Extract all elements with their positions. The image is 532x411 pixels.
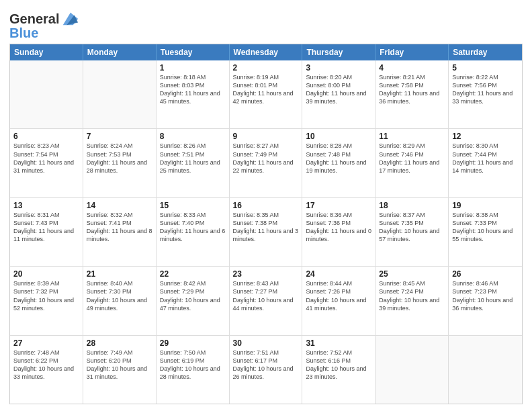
cell-info: Sunrise: 8:37 AM Sunset: 7:35 PM Dayligh… [379,211,445,244]
cell-info: Sunrise: 7:51 AM Sunset: 6:17 PM Dayligh… [233,349,299,381]
calendar-cell: 3Sunrise: 8:20 AM Sunset: 8:00 PM Daylig… [302,60,375,128]
calendar-cell: 31Sunrise: 7:52 AM Sunset: 6:16 PM Dayli… [302,336,375,404]
calendar-row: 1Sunrise: 8:18 AM Sunset: 8:03 PM Daylig… [10,60,522,128]
calendar-cell: 14Sunrise: 8:32 AM Sunset: 7:41 PM Dayli… [83,198,157,266]
cell-info: Sunrise: 8:46 AM Sunset: 7:23 PM Dayligh… [452,279,519,312]
day-number: 12 [452,132,519,141]
calendar-cell: 4Sunrise: 8:21 AM Sunset: 7:58 PM Daylig… [375,60,449,128]
weekday-header: Saturday [449,44,522,60]
calendar-cell: 5Sunrise: 8:22 AM Sunset: 7:56 PM Daylig… [449,60,522,128]
cell-info: Sunrise: 8:26 AM Sunset: 7:51 PM Dayligh… [160,142,226,175]
weekday-header: Wednesday [230,44,303,60]
cell-info: Sunrise: 8:29 AM Sunset: 7:46 PM Dayligh… [379,142,445,175]
day-number: 26 [452,269,519,279]
calendar-row: 6Sunrise: 8:23 AM Sunset: 7:54 PM Daylig… [10,128,522,197]
calendar-cell: 13Sunrise: 8:31 AM Sunset: 7:43 PM Dayli… [10,198,83,266]
day-number: 23 [233,269,299,279]
calendar-cell: 11Sunrise: 8:29 AM Sunset: 7:46 PM Dayli… [375,129,449,197]
day-number: 6 [13,132,79,141]
day-number: 25 [379,269,445,279]
day-number: 20 [13,269,79,279]
calendar-row: 27Sunrise: 7:48 AM Sunset: 6:22 PM Dayli… [10,335,522,404]
cell-info: Sunrise: 8:45 AM Sunset: 7:24 PM Dayligh… [379,279,445,312]
day-number: 4 [379,63,445,73]
day-number: 9 [233,132,299,141]
weekday-header: Monday [83,44,157,60]
cell-info: Sunrise: 8:20 AM Sunset: 8:00 PM Dayligh… [306,73,371,106]
logo: General Blue [9,9,79,41]
calendar-cell: 17Sunrise: 8:36 AM Sunset: 7:36 PM Dayli… [302,198,375,266]
calendar-row: 20Sunrise: 8:39 AM Sunset: 7:32 PM Dayli… [10,266,522,334]
calendar-cell: 25Sunrise: 8:45 AM Sunset: 7:24 PM Dayli… [375,267,449,334]
cell-info: Sunrise: 8:31 AM Sunset: 7:43 PM Dayligh… [13,211,79,244]
day-number: 24 [306,269,371,279]
day-number: 1 [160,63,226,73]
calendar-cell: 27Sunrise: 7:48 AM Sunset: 6:22 PM Dayli… [10,336,83,404]
cell-info: Sunrise: 8:24 AM Sunset: 7:53 PM Dayligh… [87,142,152,175]
calendar-cell: 10Sunrise: 8:28 AM Sunset: 7:48 PM Dayli… [302,129,375,197]
cell-info: Sunrise: 7:48 AM Sunset: 6:22 PM Dayligh… [13,349,79,381]
calendar-row: 13Sunrise: 8:31 AM Sunset: 7:43 PM Dayli… [10,197,522,266]
day-number: 22 [160,269,226,279]
calendar-cell: 1Sunrise: 8:18 AM Sunset: 8:03 PM Daylig… [157,60,230,128]
cell-info: Sunrise: 8:38 AM Sunset: 7:33 PM Dayligh… [452,211,519,244]
calendar-body: 1Sunrise: 8:18 AM Sunset: 8:03 PM Daylig… [10,60,522,404]
cell-info: Sunrise: 8:27 AM Sunset: 7:49 PM Dayligh… [233,142,299,175]
day-number: 8 [160,132,226,141]
day-number: 11 [379,132,445,141]
cell-info: Sunrise: 8:32 AM Sunset: 7:41 PM Dayligh… [87,211,152,244]
cell-info: Sunrise: 8:35 AM Sunset: 7:38 PM Dayligh… [233,211,299,244]
calendar-cell: 6Sunrise: 8:23 AM Sunset: 7:54 PM Daylig… [10,129,83,197]
cell-info: Sunrise: 8:44 AM Sunset: 7:26 PM Dayligh… [306,279,371,312]
calendar-cell: 19Sunrise: 8:38 AM Sunset: 7:33 PM Dayli… [449,198,522,266]
day-number: 10 [306,132,371,141]
calendar-cell: 16Sunrise: 8:35 AM Sunset: 7:38 PM Dayli… [230,198,303,266]
cell-info: Sunrise: 7:52 AM Sunset: 6:16 PM Dayligh… [306,349,371,381]
cell-info: Sunrise: 8:18 AM Sunset: 8:03 PM Dayligh… [160,73,226,106]
day-number: 21 [87,269,152,279]
calendar-cell [375,336,449,404]
cell-info: Sunrise: 8:36 AM Sunset: 7:36 PM Dayligh… [306,211,371,244]
day-number: 29 [160,338,226,348]
cell-info: Sunrise: 7:50 AM Sunset: 6:19 PM Dayligh… [160,349,226,381]
page: General Blue SundayMondayTuesdayWednesda… [0,0,532,411]
day-number: 18 [379,201,445,210]
calendar-cell: 9Sunrise: 8:27 AM Sunset: 7:49 PM Daylig… [230,129,303,197]
cell-info: Sunrise: 8:43 AM Sunset: 7:27 PM Dayligh… [233,279,299,312]
calendar-cell: 22Sunrise: 8:42 AM Sunset: 7:29 PM Dayli… [157,267,230,334]
day-number: 30 [233,338,299,348]
day-number: 19 [452,201,519,210]
cell-info: Sunrise: 8:39 AM Sunset: 7:32 PM Dayligh… [13,279,79,312]
calendar-cell: 29Sunrise: 7:50 AM Sunset: 6:19 PM Dayli… [157,336,230,404]
weekday-header: Sunday [10,44,83,60]
calendar-cell: 2Sunrise: 8:19 AM Sunset: 8:01 PM Daylig… [230,60,303,128]
calendar-cell [10,60,83,128]
calendar-cell: 12Sunrise: 8:30 AM Sunset: 7:44 PM Dayli… [449,129,522,197]
calendar-cell: 21Sunrise: 8:40 AM Sunset: 7:30 PM Dayli… [83,267,157,334]
calendar-cell: 7Sunrise: 8:24 AM Sunset: 7:53 PM Daylig… [83,129,157,197]
cell-info: Sunrise: 8:21 AM Sunset: 7:58 PM Dayligh… [379,73,445,106]
day-number: 13 [13,201,79,210]
weekday-header: Tuesday [157,44,230,60]
calendar-cell: 24Sunrise: 8:44 AM Sunset: 7:26 PM Dayli… [302,267,375,334]
logo-text: General [9,11,59,26]
calendar-cell: 30Sunrise: 7:51 AM Sunset: 6:17 PM Dayli… [230,336,303,404]
calendar-cell: 23Sunrise: 8:43 AM Sunset: 7:27 PM Dayli… [230,267,303,334]
day-number: 15 [160,201,226,210]
day-number: 31 [306,338,371,348]
cell-info: Sunrise: 8:22 AM Sunset: 7:56 PM Dayligh… [452,73,519,106]
calendar-cell: 18Sunrise: 8:37 AM Sunset: 7:35 PM Dayli… [375,198,449,266]
day-number: 16 [233,201,299,210]
calendar: SundayMondayTuesdayWednesdayThursdayFrid… [9,44,523,404]
cell-info: Sunrise: 7:49 AM Sunset: 6:20 PM Dayligh… [87,349,152,381]
cell-info: Sunrise: 8:33 AM Sunset: 7:40 PM Dayligh… [160,211,226,244]
calendar-cell: 15Sunrise: 8:33 AM Sunset: 7:40 PM Dayli… [157,198,230,266]
day-number: 17 [306,201,371,210]
cell-info: Sunrise: 8:28 AM Sunset: 7:48 PM Dayligh… [306,142,371,175]
day-number: 27 [13,338,79,348]
cell-info: Sunrise: 8:40 AM Sunset: 7:30 PM Dayligh… [87,279,152,312]
header: General Blue [9,7,523,41]
logo-icon [60,9,79,28]
day-number: 2 [233,63,299,73]
day-number: 5 [452,63,519,73]
